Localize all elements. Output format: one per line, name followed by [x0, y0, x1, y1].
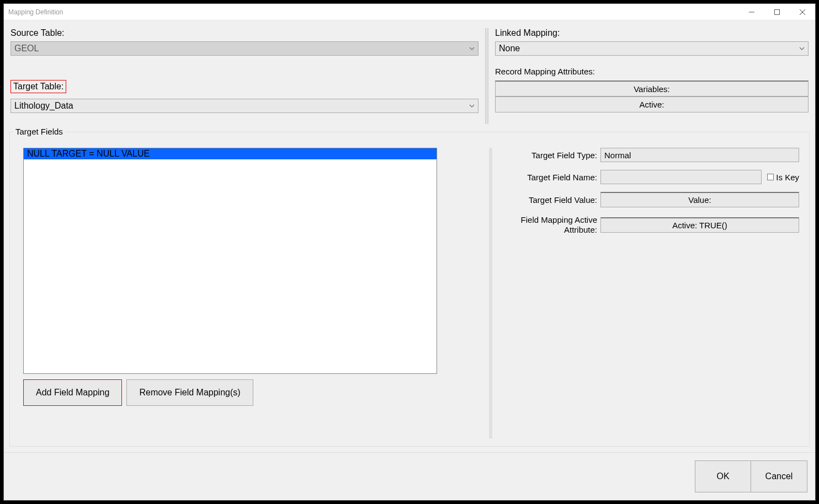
- list-item[interactable]: NULL TARGET = NULL VALUE: [24, 148, 437, 159]
- source-table-select[interactable]: GEOL: [10, 41, 478, 56]
- maximize-icon: [774, 9, 780, 15]
- target-fields-group: Target Fields NULL TARGET = NULL VALUE A…: [9, 132, 810, 447]
- is-key-label: Is Key: [776, 173, 799, 182]
- linked-mapping-label: Linked Mapping:: [495, 28, 560, 38]
- checkbox-icon: [767, 174, 774, 180]
- minimize-button[interactable]: [739, 4, 764, 20]
- target-table-value: Lithology_Data: [14, 101, 73, 111]
- add-field-mapping-button[interactable]: Add Field Mapping: [23, 379, 122, 406]
- linked-mapping-value: None: [499, 44, 520, 53]
- target-field-type-value: Normal: [604, 151, 631, 160]
- chevron-down-icon: [469, 103, 475, 109]
- cancel-button[interactable]: Cancel: [751, 460, 807, 492]
- dialog-footer: OK Cancel: [4, 452, 815, 500]
- minimize-icon: [749, 9, 754, 15]
- ok-button[interactable]: OK: [695, 460, 751, 492]
- vertical-divider: [489, 148, 492, 438]
- chevron-down-icon: [469, 46, 475, 51]
- target-fields-legend: Target Fields: [13, 127, 65, 136]
- close-icon: [800, 9, 805, 15]
- svg-rect-1: [775, 9, 780, 14]
- mapping-definition-window: Mapping Definition Source Table: GEOL Ta…: [3, 3, 816, 501]
- target-table-select[interactable]: Lithology_Data: [10, 99, 478, 113]
- source-table-value: GEOL: [14, 44, 39, 53]
- field-mapping-active-button[interactable]: Active: TRUE(): [600, 217, 799, 233]
- titlebar: Mapping Definition: [4, 4, 815, 20]
- target-field-value-button[interactable]: Value:: [600, 192, 799, 207]
- field-mapping-active-label: Field Mapping Active Attribute:: [496, 215, 600, 235]
- remove-field-mapping-button[interactable]: Remove Field Mapping(s): [126, 379, 253, 406]
- target-fields-listbox[interactable]: NULL TARGET = NULL VALUE: [23, 148, 437, 374]
- is-key-checkbox[interactable]: Is Key: [767, 173, 799, 182]
- target-field-type-label: Target Field Type:: [496, 151, 600, 160]
- target-field-type-select[interactable]: Normal: [600, 148, 799, 162]
- record-attributes-label: Record Mapping Attributes:: [495, 67, 809, 76]
- close-button[interactable]: [790, 4, 815, 20]
- source-table-label: Source Table:: [10, 28, 65, 38]
- linked-mapping-select[interactable]: None: [495, 41, 809, 56]
- target-field-name-label: Target Field Name:: [496, 173, 600, 182]
- target-field-name-select[interactable]: [600, 170, 762, 184]
- window-title: Mapping Definition: [8, 8, 63, 16]
- maximize-button[interactable]: [764, 4, 790, 20]
- vertical-divider: [485, 28, 488, 124]
- variables-button[interactable]: Variables:: [495, 81, 809, 96]
- target-table-label: Target Table:: [10, 80, 66, 93]
- record-active-button[interactable]: Active:: [495, 96, 809, 112]
- chevron-down-icon: [799, 46, 805, 51]
- target-field-value-label: Target Field Value:: [496, 195, 600, 205]
